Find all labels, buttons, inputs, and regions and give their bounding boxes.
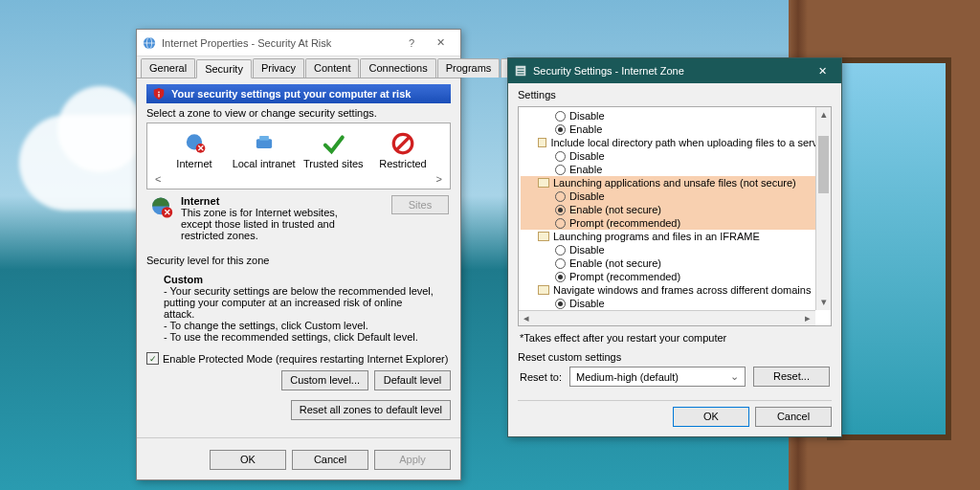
radio-icon [555,258,566,269]
apply-button[interactable]: Apply [374,450,451,470]
custom-info-line: - Your security settings are below the r… [164,285,434,320]
setting-label: Disable [569,110,605,122]
setting-label: Prompt (recommended) [569,217,680,229]
sites-button[interactable]: Sites [391,195,449,214]
settings-icon [514,64,527,78]
scrollbar-thumb[interactable] [818,136,829,193]
setting-label: Disable [569,298,605,309]
setting-option[interactable]: Enable [521,163,829,176]
setting-label: Disable [569,190,605,202]
svg-rect-17 [518,71,524,72]
protected-mode-checkbox[interactable]: ✓ [146,352,159,365]
reset-level-select[interactable]: Medium-high (default) ⌄ [569,367,746,387]
zone-icon: ✕ [182,131,207,156]
custom-info-line: - To change the settings, click Custom l… [164,320,434,331]
setting-group[interactable]: Navigate windows and frames across diffe… [521,283,829,297]
bg-window [827,57,951,440]
zone-description: This zone is for Internet websites, exce… [181,207,353,241]
setting-option[interactable]: Enable [521,122,829,136]
scroll-left-icon[interactable]: < [155,173,161,185]
setting-label: Prompt (recommended) [569,271,680,282]
scroll-left-icon[interactable]: ◂ [519,311,534,325]
tab-connections[interactable]: Connections [360,58,435,78]
zone-icon [321,131,345,156]
help-button[interactable]: ? [397,33,426,53]
cancel-button[interactable]: Cancel [755,407,832,427]
setting-group[interactable]: Launching programs and files in an IFRAM… [521,230,829,243]
setting-label: Enable [569,123,602,135]
zone-title: Internet [181,195,384,207]
ok-button[interactable]: OK [210,450,286,470]
scroll-up-icon[interactable]: ▴ [816,107,831,122]
tab-general[interactable]: General [141,58,195,78]
select-zone-label: Select a zone to view or change security… [146,107,451,119]
zone-restricted[interactable]: Restricted [369,131,436,169]
radio-icon [555,165,566,175]
svg-text:✕: ✕ [197,144,205,153]
setting-option[interactable]: Disable [521,189,829,203]
tab-privacy[interactable]: Privacy [253,58,304,78]
zone-label: Internet [176,158,212,169]
radio-icon [555,245,566,256]
setting-label: Enable (not secure) [569,204,661,215]
setting-option[interactable]: Enable (not secure) [521,203,829,216]
svg-text:✕: ✕ [164,208,171,217]
zone-label: Restricted [379,158,427,169]
folder-icon [538,285,549,295]
setting-label: Launching programs and files in an IFRAM… [553,231,760,242]
setting-label: Enable [569,164,602,175]
setting-option[interactable]: Enable (not secure) [521,256,829,270]
setting-option[interactable]: Prompt (recommended) [521,216,829,230]
reset-button[interactable]: Reset... [753,367,830,387]
folder-icon [538,138,546,147]
ok-button[interactable]: OK [673,407,749,427]
setting-group[interactable]: Launching applications and unsafe files … [521,176,829,189]
setting-option[interactable]: Disable [521,149,829,163]
zone-selector: ✕InternetLocal intranetTrusted sitesRest… [146,122,451,189]
vertical-scrollbar[interactable]: ▴ ▾ [815,107,831,310]
scroll-down-icon[interactable]: ▾ [816,295,831,310]
shield-warning-icon [152,87,166,100]
close-button[interactable]: ✕ [803,58,841,83]
titlebar[interactable]: Internet Properties - Security At Risk ?… [137,30,460,56]
titlebar[interactable]: Security Settings - Internet Zone ✕ [508,58,841,83]
tab-content[interactable]: Content [305,58,360,78]
radio-icon [555,299,566,309]
zone-globe-warning-icon: ✕ [148,195,173,220]
zone-icon [390,131,415,156]
setting-label: Enable (not secure) [569,257,661,269]
setting-option[interactable]: Disable [521,243,829,256]
security-level-label: Security level for this zone [146,255,451,266]
setting-label: Navigate windows and frames across diffe… [553,284,811,296]
setting-label: Include local directory path when upload… [550,137,827,148]
default-level-button[interactable]: Default level [374,370,451,390]
reset-level-value: Medium-high (default) [576,371,679,383]
tab-programs[interactable]: Programs [437,58,501,78]
horizontal-scrollbar[interactable]: ◂ ▸ [519,310,815,325]
setting-group[interactable]: Include local directory path when upload… [521,136,829,149]
setting-option[interactable]: Prompt (recommended) [521,270,829,283]
folder-icon [538,178,549,188]
security-settings-dialog: Security Settings - Internet Zone ✕ Sett… [507,57,842,437]
setting-option[interactable]: Disable [521,297,829,310]
reset-to-label: Reset to: [520,371,562,383]
svg-rect-4 [158,94,159,98]
zone-local-intranet[interactable]: Local intranet [231,131,298,169]
radio-icon [555,272,566,282]
setting-option[interactable]: Disable [521,109,829,122]
custom-level-button[interactable]: Custom level... [281,370,368,390]
settings-tree[interactable]: DisableEnableInclude local directory pat… [518,106,832,326]
svg-rect-18 [518,74,524,75]
zone-internet[interactable]: ✕Internet [161,131,228,169]
tab-security[interactable]: Security [196,59,252,78]
reset-all-zones-button[interactable]: Reset all zones to default level [291,400,451,420]
close-button[interactable]: ✕ [426,33,455,53]
scroll-right-icon[interactable]: > [436,173,442,185]
titlebar-text: Internet Properties - Security At Risk [162,37,331,49]
cancel-button[interactable]: Cancel [292,450,368,470]
svg-rect-16 [518,68,524,69]
chevron-down-icon: ⌄ [730,370,739,383]
zone-trusted-sites[interactable]: Trusted sites [300,131,367,169]
scroll-right-icon[interactable]: ▸ [800,311,815,325]
globe-icon [143,36,156,50]
